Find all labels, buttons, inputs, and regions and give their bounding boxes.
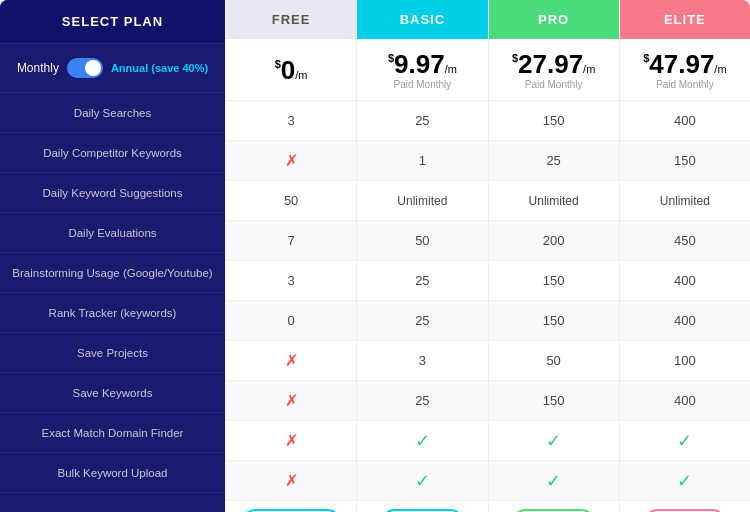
basic-cell-5: 25 (357, 301, 487, 341)
plan-basic-price: $ 9.97 /m Paid Monthly (357, 39, 487, 101)
feature-daily-evaluations: Daily Evaluations (0, 213, 225, 253)
elite-cell-5: 400 (620, 301, 750, 341)
elite-cell-1: 150 (620, 141, 750, 181)
free-cross-7: ✗ (285, 391, 298, 410)
free-price-per: /m (295, 70, 307, 81)
feature-rank-tracker: Rank Tracker (keywords) (0, 293, 225, 333)
free-cell-2: 50 (226, 181, 356, 221)
pro-price-per: /m (583, 64, 595, 75)
plan-elite-price: $ 47.97 /m Paid Monthly (620, 39, 750, 101)
feature-daily-competitor-keywords: Daily Competitor Keywords (0, 133, 225, 173)
pro-btn-row: SIGN UP (489, 501, 619, 512)
pro-check-8: ✓ (546, 430, 561, 452)
plan-free-header: FREE (226, 0, 356, 39)
sidebar-btn-placeholder (0, 493, 225, 512)
free-cell-3: 7 (226, 221, 356, 261)
pro-cell-6: 50 (489, 341, 619, 381)
basic-cell-0: 25 (357, 101, 487, 141)
billing-toggle[interactable] (67, 58, 103, 78)
basic-cell-8: ✓ (357, 421, 487, 461)
basic-cell-7: 25 (357, 381, 487, 421)
plan-elite: ELITE $ 47.97 /m Paid Monthly 400 150 Un… (619, 0, 750, 512)
basic-cell-1: 1 (357, 141, 487, 181)
free-cell-1: ✗ (226, 141, 356, 181)
free-cell-6: ✗ (226, 341, 356, 381)
basic-check-9: ✓ (415, 470, 430, 492)
elite-cell-6: 100 (620, 341, 750, 381)
basic-cell-3: 50 (357, 221, 487, 261)
pro-cell-4: 150 (489, 261, 619, 301)
feature-daily-searches: Daily Searches (0, 93, 225, 133)
free-cross-9: ✗ (285, 471, 298, 490)
sidebar: SELECT PLAN Monthly Annual (save 40%) Da… (0, 0, 225, 512)
toggle-row: Monthly Annual (save 40%) (0, 44, 225, 93)
elite-price-amount: 47.97 (649, 51, 714, 77)
feature-save-projects: Save Projects (0, 333, 225, 373)
feature-save-keywords: Save Keywords (0, 373, 225, 413)
free-cell-4: 3 (226, 261, 356, 301)
elite-cell-2: Unlimited (620, 181, 750, 221)
feature-brainstorming: Brainstorming Usage (Google/Youtube) (0, 253, 225, 293)
free-cell-0: 3 (226, 101, 356, 141)
pro-cell-2: Unlimited (489, 181, 619, 221)
feature-bulk-upload: Bulk Keyword Upload (0, 453, 225, 493)
plan-basic-header: BASIC (357, 0, 487, 39)
feature-exact-match: Exact Match Domain Finder (0, 413, 225, 453)
pro-cell-3: 200 (489, 221, 619, 261)
elite-btn-row: SIGN UP (620, 501, 750, 512)
plan-pro-header: PRO (489, 0, 619, 39)
monthly-label: Monthly (17, 61, 59, 75)
free-cross-6: ✗ (285, 351, 298, 370)
basic-check-8: ✓ (415, 430, 430, 452)
elite-cell-7: 400 (620, 381, 750, 421)
elite-cell-8: ✓ (620, 421, 750, 461)
basic-price-amount: 9.97 (394, 51, 445, 77)
basic-btn-row: SIGN UP (357, 501, 487, 512)
elite-price-sub: Paid Monthly (656, 79, 714, 90)
plan-pro-price: $ 27.97 /m Paid Monthly (489, 39, 619, 101)
free-cross-1: ✗ (285, 151, 298, 170)
free-cross-8: ✗ (285, 431, 298, 450)
pro-cell-0: 150 (489, 101, 619, 141)
pro-price-amount: 27.97 (518, 51, 583, 77)
elite-cell-9: ✓ (620, 461, 750, 501)
pro-cell-1: 25 (489, 141, 619, 181)
basic-cell-4: 25 (357, 261, 487, 301)
pricing-table: SELECT PLAN Monthly Annual (save 40%) Da… (0, 0, 750, 512)
basic-cell-9: ✓ (357, 461, 487, 501)
plans-container: FREE $ 0 /m 3 ✗ 50 7 3 0 ✗ ✗ ✗ ✗ Get Sta… (225, 0, 750, 512)
free-btn-row: Get Started (226, 501, 356, 512)
elite-check-9: ✓ (677, 470, 692, 492)
basic-cell-6: 3 (357, 341, 487, 381)
plan-free-price: $ 0 /m (226, 39, 356, 101)
basic-cell-2: Unlimited (357, 181, 487, 221)
free-cell-5: 0 (226, 301, 356, 341)
pro-cell-7: 150 (489, 381, 619, 421)
free-price-amount: 0 (281, 57, 295, 83)
free-cell-9: ✗ (226, 461, 356, 501)
pro-cell-8: ✓ (489, 421, 619, 461)
plan-elite-header: ELITE (620, 0, 750, 39)
elite-cell-0: 400 (620, 101, 750, 141)
plan-pro: PRO $ 27.97 /m Paid Monthly 150 25 Unlim… (488, 0, 619, 512)
plan-basic: BASIC $ 9.97 /m Paid Monthly 25 1 Unlimi… (356, 0, 487, 512)
elite-check-8: ✓ (677, 430, 692, 452)
pro-cell-9: ✓ (489, 461, 619, 501)
free-cell-8: ✗ (226, 421, 356, 461)
pro-price-sub: Paid Monthly (525, 79, 583, 90)
sidebar-header: SELECT PLAN (0, 0, 225, 44)
plan-free: FREE $ 0 /m 3 ✗ 50 7 3 0 ✗ ✗ ✗ ✗ Get Sta… (225, 0, 356, 512)
basic-price-sub: Paid Monthly (393, 79, 451, 90)
basic-price-per: /m (445, 64, 457, 75)
elite-cell-3: 450 (620, 221, 750, 261)
free-cell-7: ✗ (226, 381, 356, 421)
elite-cell-4: 400 (620, 261, 750, 301)
pro-check-9: ✓ (546, 470, 561, 492)
feature-daily-keyword-suggestions: Daily Keyword Suggestions (0, 173, 225, 213)
annual-label: Annual (save 40%) (111, 62, 208, 74)
elite-price-per: /m (714, 64, 726, 75)
pro-cell-5: 150 (489, 301, 619, 341)
